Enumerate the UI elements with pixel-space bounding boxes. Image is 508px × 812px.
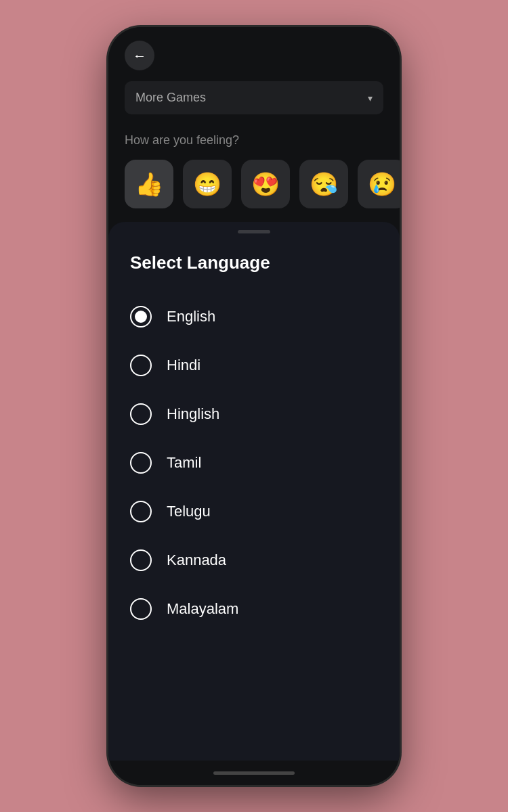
sheet-title: Select Language [130, 252, 378, 273]
language-label-english: English [167, 308, 215, 325]
app-background: ← More Games ▾ How are you feeling? 👍 😁 … [108, 27, 400, 222]
radio-malayalam [130, 598, 152, 620]
sheet-drag-handle[interactable] [238, 230, 270, 233]
back-button-row: ← [125, 41, 383, 70]
radio-tamil [130, 452, 152, 474]
radio-english-inner [135, 311, 147, 323]
dropdown-bar[interactable]: More Games ▾ [125, 81, 383, 114]
language-bottom-sheet: Select Language English Hindi [108, 222, 400, 761]
language-item-hinglish[interactable]: Hinglish [130, 390, 378, 438]
back-button[interactable]: ← [125, 41, 154, 70]
language-label-hindi: Hindi [167, 357, 200, 374]
radio-kannada [130, 549, 152, 571]
emoji-row: 👍 😁 😍 😪 😢 [125, 160, 383, 208]
radio-hinglish [130, 403, 152, 425]
feeling-section: How are you feeling? 👍 😁 😍 😪 😢 [125, 133, 383, 222]
radio-hindi [130, 355, 152, 376]
language-list: English Hindi Hinglish [130, 292, 378, 734]
phone-screen: ← More Games ▾ How are you feeling? 👍 😁 … [108, 27, 400, 785]
language-label-tamil: Tamil [167, 454, 201, 472]
emoji-thumbs-up[interactable]: 👍 [125, 160, 173, 208]
dropdown-bar-text: More Games [135, 91, 206, 105]
language-label-telugu: Telugu [167, 503, 211, 520]
phone-frame: ← More Games ▾ How are you feeling? 👍 😁 … [108, 27, 400, 785]
radio-english [130, 306, 152, 328]
radio-telugu [130, 501, 152, 522]
emoji-sleepy[interactable]: 😪 [299, 160, 348, 208]
sheet-overlay: Select Language English Hindi [108, 222, 400, 761]
emoji-heart-eyes[interactable]: 😍 [241, 160, 290, 208]
home-indicator [213, 771, 295, 775]
feeling-label: How are you feeling? [125, 133, 383, 148]
home-bar [108, 761, 400, 785]
language-item-tamil[interactable]: Tamil [130, 438, 378, 487]
language-label-hinglish: Hinglish [167, 405, 219, 423]
language-item-telugu[interactable]: Telugu [130, 487, 378, 536]
dropdown-arrow-icon: ▾ [368, 93, 373, 104]
language-label-malayalam: Malayalam [167, 600, 238, 618]
language-label-kannada: Kannada [167, 551, 226, 569]
language-item-kannada[interactable]: Kannada [130, 536, 378, 585]
language-item-malayalam[interactable]: Malayalam [130, 585, 378, 633]
language-item-hindi[interactable]: Hindi [130, 341, 378, 390]
language-item-english[interactable]: English [130, 292, 378, 341]
emoji-grinning[interactable]: 😁 [183, 160, 232, 208]
emoji-crying[interactable]: 😢 [358, 160, 400, 208]
